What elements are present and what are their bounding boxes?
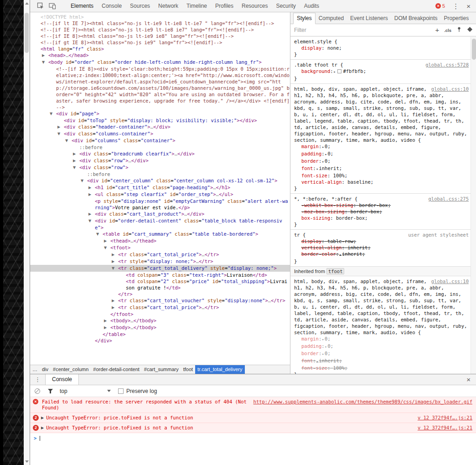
disclosure-triangle-icon[interactable]: ▶	[73, 158, 79, 164]
disclosure-triangle-icon[interactable]: ▼	[42, 59, 48, 66]
dom-tree-node[interactable]: <!--[if IE 8]><div style='clear:both;hei…	[30, 66, 290, 110]
disclosure-triangle-icon[interactable]: ▶	[112, 305, 118, 311]
dom-tree-node[interactable]: <!--[if lt IE 7]><html class="no-js lt-i…	[30, 20, 290, 26]
disclosure-triangle-icon[interactable]: ▶	[42, 52, 48, 59]
dom-tree-node[interactable]: ▶<div class="header-container">…</div>	[30, 124, 290, 130]
breadcrumb-item[interactable]: tfoot	[181, 365, 195, 374]
tab-timeline[interactable]: Timeline	[182, 0, 211, 12]
css-selector[interactable]: element.style {	[294, 39, 337, 44]
breadcrumb-item[interactable]: …	[30, 365, 40, 374]
source-link[interactable]: v 12 372f94f….js:21	[418, 415, 472, 421]
dom-tree-node[interactable]: ▶<tbody>…</tbody>	[30, 317, 290, 324]
disclosure-triangle-icon[interactable]: ▶	[112, 298, 118, 304]
drawer-close-icon[interactable]: ×	[461, 374, 476, 385]
disclosure-triangle-icon[interactable]: ▼	[88, 218, 95, 224]
tab-profiles[interactable]: Profiles	[211, 0, 238, 12]
dom-tree-node[interactable]: ▼<div id="columns" class="container">	[30, 137, 290, 144]
dom-tree-node[interactable]: <td colspan="2" class="price" id="total_…	[30, 278, 290, 291]
dom-tree-node[interactable]: <div id="toTop" style="display: block; v…	[30, 117, 290, 124]
filter-icon[interactable]	[47, 388, 53, 394]
disclosure-triangle-icon[interactable]: ▶	[112, 258, 118, 265]
disclosure-triangle-icon[interactable]: ▼	[65, 138, 72, 144]
dom-tree-node[interactable]: ▼<div class="columns-container">	[30, 130, 290, 137]
dom-tree-node[interactable]: ▼<div class="row">	[30, 164, 290, 171]
css-declaration[interactable]: font:▸inherit;	[294, 165, 469, 172]
source-link[interactable]: http://www.supplements-anabolic.com/them…	[254, 399, 472, 405]
styles-filter-input[interactable]	[294, 27, 362, 33]
dom-tree-node[interactable]: ▼<tfoot>	[30, 244, 290, 251]
disclosure-triangle-icon[interactable]: ▶	[112, 252, 118, 258]
stylesheet-link[interactable]: global.css:10	[431, 86, 469, 92]
css-declaration[interactable]: margin:▸0;	[294, 143, 469, 150]
css-selector[interactable]: .table tfoot tr {	[294, 62, 343, 67]
css-declaration[interactable]: padding:▸0;	[294, 150, 469, 158]
disclosure-triangle-icon[interactable]: ▶	[57, 124, 64, 130]
css-declaration[interactable]: margin:▸0;	[294, 336, 469, 343]
disclosure-triangle-icon[interactable]: ▶	[88, 191, 95, 198]
css-declaration[interactable]: -webkit-box-sizing: border-box;	[294, 202, 469, 208]
css-selector[interactable]: tr {	[294, 232, 305, 238]
css-declaration[interactable]: box-sizing: border-box;	[294, 215, 469, 221]
error-count-indicator[interactable]: 5	[435, 3, 445, 9]
page-scrollbar-thumb[interactable]	[25, 13, 29, 53]
sidebar-tab-styles[interactable]: Styles	[293, 13, 316, 24]
dom-tree-node[interactable]: ▼<div id="order-detail-content" class="t…	[30, 217, 290, 231]
css-selector[interactable]: html, body, div, span, applet, object, i…	[294, 86, 467, 143]
disclosure-triangle-icon[interactable]: ▼	[112, 265, 118, 272]
dom-tree-node[interactable]: <p style="display:none" id="emptyCartWar…	[30, 198, 290, 211]
css-declaration[interactable]: border-color:▸inherit;	[294, 251, 469, 258]
dom-tree-node[interactable]: <!--[if IE 7]><html class="no-js lt-ie9 …	[30, 26, 290, 33]
disclosure-triangle-icon[interactable]: ▶	[104, 238, 110, 244]
dom-tree-node[interactable]: ▼<div id="center_column" class="center_c…	[30, 177, 290, 184]
sidebar-tab-dom-breakpoints[interactable]: DOM Breakpoints	[391, 13, 441, 24]
inspect-element-icon[interactable]	[36, 2, 45, 10]
dom-tree-node[interactable]: ▼<body id="order" class="order hide-left…	[30, 59, 290, 66]
element-classes-icon[interactable]: .cls	[444, 28, 451, 33]
dom-tree-node[interactable]: </tfoot>	[30, 311, 290, 317]
dom-tree-node[interactable]: ▼<tr class="cart_total_delivery" style="…	[30, 265, 290, 272]
dom-tree-node[interactable]: ▶<tr class="cart_total_price">…</tr>	[30, 251, 290, 258]
disclosure-triangle-icon[interactable]: ▶	[104, 325, 110, 331]
dom-tree-node[interactable]: </table>	[30, 331, 290, 337]
css-declaration[interactable]: vertical-align: baseline;	[294, 179, 469, 185]
dom-tree-node[interactable]: ::before	[30, 171, 290, 177]
dom-tree-node[interactable]: ▶<h1 id="cart_title" class="page-heading…	[30, 184, 290, 191]
disclosure-triangle-icon[interactable]: ▶	[88, 211, 95, 217]
clear-console-icon[interactable]	[35, 388, 40, 394]
device-mode-icon[interactable]	[48, 2, 57, 10]
pin-icon[interactable]	[456, 26, 462, 34]
tab-elements[interactable]: Elements	[67, 0, 98, 12]
dom-tree-node[interactable]: ▶<div class="row">…</div>	[30, 157, 290, 164]
overflow-menu-icon[interactable]: ⋮	[452, 3, 459, 10]
disclosure-triangle-icon[interactable]: ▼	[81, 178, 87, 184]
dom-tree-node[interactable]: <html lang="fr" class>	[30, 46, 290, 52]
disclosure-triangle-icon[interactable]: ▼	[57, 131, 64, 137]
dom-tree-node[interactable]: ▶<ul class="step clearfix" id="order_ste…	[30, 191, 290, 198]
css-declaration[interactable]: display: none;	[294, 45, 469, 51]
css-declaration[interactable]: font-size: 100%;	[294, 365, 469, 371]
css-declaration[interactable]: vertical-align: inherit;	[294, 244, 469, 251]
scroll-up-arrow-icon[interactable]	[25, 2, 29, 5]
css-declaration[interactable]: border:▸0;	[294, 158, 469, 165]
tab-console[interactable]: Console	[98, 0, 126, 12]
devtools-close-icon[interactable]: ×	[466, 3, 471, 10]
breadcrumb-item[interactable]: #center_column	[51, 365, 91, 374]
breadcrumb-item[interactable]: div	[40, 365, 51, 374]
dom-tree-node[interactable]: </tr>	[30, 291, 290, 297]
disclosure-triangle-icon[interactable]: ▶	[73, 151, 79, 157]
console-drawer-tab[interactable]: Console	[45, 374, 79, 385]
sidebar-tab-properties[interactable]: Properties	[440, 13, 472, 24]
dom-tree-node[interactable]: ▼<table id="cart_summary" class="table t…	[30, 231, 290, 238]
inherited-node-link[interactable]: tfoot	[326, 268, 345, 274]
scroll-down-arrow-icon[interactable]	[25, 460, 29, 463]
dom-tree-node[interactable]: <!--[if gt IE 8]><html class="no-js ie9"…	[30, 39, 290, 46]
preserve-log-checkbox[interactable]	[118, 388, 124, 394]
drawer-menu-icon[interactable]: ⋮	[35, 374, 41, 385]
dom-tree-node[interactable]: ▶<tr class="cart_total_voucher" style="d…	[30, 297, 290, 304]
styles-scrollbar[interactable]	[471, 37, 476, 374]
dom-tree-node[interactable]: ▶<tr style="display: none;">…</tr>	[30, 258, 290, 265]
disclosure-triangle-icon[interactable]: ▼	[96, 231, 103, 238]
element-state-icon[interactable]	[467, 26, 473, 34]
css-selector[interactable]: html, body, div, span, applet, object, i…	[294, 279, 467, 335]
execution-context-selector[interactable]: top	[60, 388, 111, 394]
